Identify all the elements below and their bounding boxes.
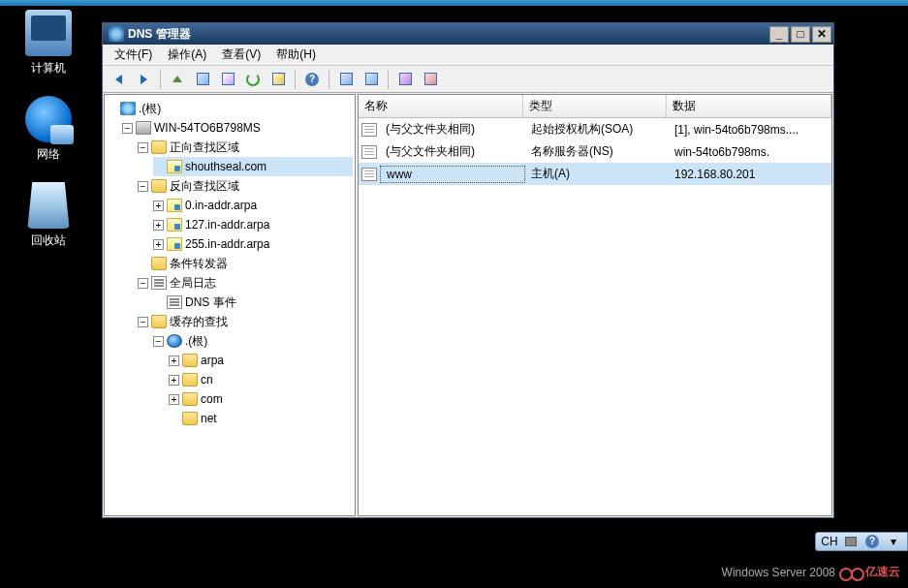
record-soa[interactable]: (与父文件夹相同) 起始授权机构(SOA) [1], win-54to6b798…: [359, 118, 831, 140]
tree-global-log[interactable]: −全局日志: [138, 273, 353, 293]
keyboard-icon: [845, 537, 857, 546]
toolbar: ?: [103, 66, 833, 93]
record-icon: [361, 145, 377, 159]
action-icon-2: [365, 73, 378, 85]
record-icon: [361, 168, 377, 181]
delete-icon: [222, 73, 235, 85]
records-panel: 名称 类型 数据 (与父文件夹相同) 起始授权机构(SOA) [1], win-…: [358, 94, 832, 516]
tb-btn-4[interactable]: [266, 69, 290, 90]
expand-icon[interactable]: +: [153, 201, 164, 211]
tray-icon-2[interactable]: ▾: [886, 534, 901, 549]
minimize-button[interactable]: _: [769, 26, 789, 43]
folder-icon: [151, 257, 167, 270]
tree-reverse-255[interactable]: +255.in-addr.arpa: [153, 234, 353, 254]
os-label: Windows Server 2008: [722, 566, 835, 579]
collapse-icon[interactable]: −: [122, 123, 133, 134]
arrow-up-icon: [172, 76, 182, 82]
tray-icon-1[interactable]: [843, 534, 859, 549]
properties-icon: [399, 73, 412, 85]
zone-icon: [167, 199, 182, 212]
tree-zone-shouthseal[interactable]: shouthseal.com: [153, 157, 353, 176]
zone-icon: [167, 237, 182, 251]
lang-indicator[interactable]: CH: [822, 534, 837, 549]
dns-app-icon: [109, 26, 124, 42]
tree-root-dot[interactable]: −.(根): [153, 331, 353, 351]
collapse-icon[interactable]: −: [153, 336, 164, 347]
list-body[interactable]: (与父文件夹相同) 起始授权机构(SOA) [1], win-54to6b798…: [359, 118, 831, 515]
tree-net[interactable]: net: [169, 409, 353, 428]
expand-icon[interactable]: +: [169, 356, 179, 366]
folder-icon: [151, 315, 167, 328]
desktop-icon-recycle[interactable]: 回收站: [15, 182, 82, 249]
help-icon: ?: [865, 535, 879, 548]
expand-icon[interactable]: +: [153, 220, 164, 231]
record-ns[interactable]: (与父文件夹相同) 名称服务器(NS) win-54to6b798ms.: [359, 140, 831, 163]
record-icon: [361, 123, 377, 137]
tb-btn-6[interactable]: [334, 69, 358, 90]
folder-icon: [151, 179, 167, 193]
expand-icon[interactable]: +: [169, 394, 179, 405]
tree-reverse-zone[interactable]: −反向查找区域: [138, 176, 353, 196]
window-title: DNS 管理器: [128, 26, 767, 43]
collapse-icon[interactable]: −: [138, 181, 148, 192]
col-name[interactable]: 名称: [359, 95, 523, 117]
tree-forwarders[interactable]: 条件转发器: [138, 254, 353, 273]
tb-btn-9[interactable]: [419, 69, 442, 90]
action-icon-1: [340, 73, 353, 85]
tree-arpa[interactable]: +arpa: [169, 351, 353, 370]
filter-icon: [424, 73, 437, 85]
forward-button[interactable]: [132, 69, 155, 90]
yisu-logo-icon: [841, 565, 862, 580]
desktop-icon-computer[interactable]: 计算机: [15, 10, 82, 77]
tree-reverse-127[interactable]: +127.in-addr.arpa: [153, 215, 353, 234]
brand-logo: 亿速云: [841, 564, 900, 580]
desktop: 计算机 网络 回收站: [0, 0, 97, 588]
zone-icon: [167, 160, 182, 173]
dns-manager-window: DNS 管理器 _ □ ✕ 文件(F) 操作(A) 查看(V) 帮助(H) ?: [102, 22, 834, 518]
server-icon: [136, 121, 151, 135]
footer: Windows Server 2008 亿速云: [722, 564, 900, 580]
tb-btn-8[interactable]: [393, 69, 417, 90]
up-button[interactable]: [166, 69, 189, 90]
tray-help[interactable]: ?: [864, 534, 880, 549]
folder-icon: [151, 140, 167, 154]
close-button[interactable]: ✕: [812, 26, 831, 43]
tb-btn-7[interactable]: [360, 69, 383, 90]
col-type[interactable]: 类型: [523, 95, 667, 117]
help-button[interactable]: ?: [300, 69, 324, 90]
expand-icon[interactable]: +: [169, 375, 179, 386]
record-www[interactable]: www 主机(A) 192.168.80.201: [359, 163, 831, 185]
tree-reverse-0[interactable]: +0.in-addr.arpa: [153, 196, 353, 215]
tree-com[interactable]: +com: [169, 389, 353, 409]
tree-dns-event[interactable]: DNS 事件: [153, 293, 353, 312]
tree-forward-zone[interactable]: −正向查找区域: [138, 138, 353, 157]
menu-help[interactable]: 帮助(H): [268, 45, 324, 65]
tb-btn-1[interactable]: [191, 69, 214, 90]
globe-icon: [167, 334, 182, 348]
arrow-left-icon: [115, 75, 122, 84]
expand-icon[interactable]: +: [153, 239, 164, 250]
tree-cn[interactable]: +cn: [169, 370, 353, 389]
collapse-icon[interactable]: −: [138, 317, 148, 327]
dns-icon: [120, 102, 136, 115]
panel-icon: [197, 73, 209, 85]
collapse-icon[interactable]: −: [138, 278, 148, 289]
tb-btn-2[interactable]: [216, 69, 239, 90]
tree-dns-root[interactable]: .(根): [107, 99, 353, 118]
help-icon: ?: [305, 73, 319, 86]
col-data[interactable]: 数据: [667, 95, 831, 117]
collapse-icon[interactable]: −: [138, 142, 148, 153]
tree-cached[interactable]: −缓存的查找: [138, 312, 353, 331]
maximize-button[interactable]: □: [791, 26, 810, 43]
menu-action[interactable]: 操作(A): [160, 45, 214, 65]
menu-file[interactable]: 文件(F): [107, 45, 160, 65]
titlebar[interactable]: DNS 管理器 _ □ ✕: [103, 23, 833, 45]
folder-icon: [182, 412, 198, 425]
tree-server[interactable]: −WIN-54TO6B798MS: [122, 118, 353, 138]
back-button[interactable]: [107, 69, 130, 90]
folder-icon: [182, 373, 198, 387]
tree-panel[interactable]: .(根) −WIN-54TO6B798MS −正向查找区域 shouthseal…: [104, 94, 356, 516]
menu-view[interactable]: 查看(V): [214, 45, 268, 65]
refresh-button[interactable]: [241, 69, 265, 90]
desktop-icon-network[interactable]: 网络: [15, 96, 82, 163]
